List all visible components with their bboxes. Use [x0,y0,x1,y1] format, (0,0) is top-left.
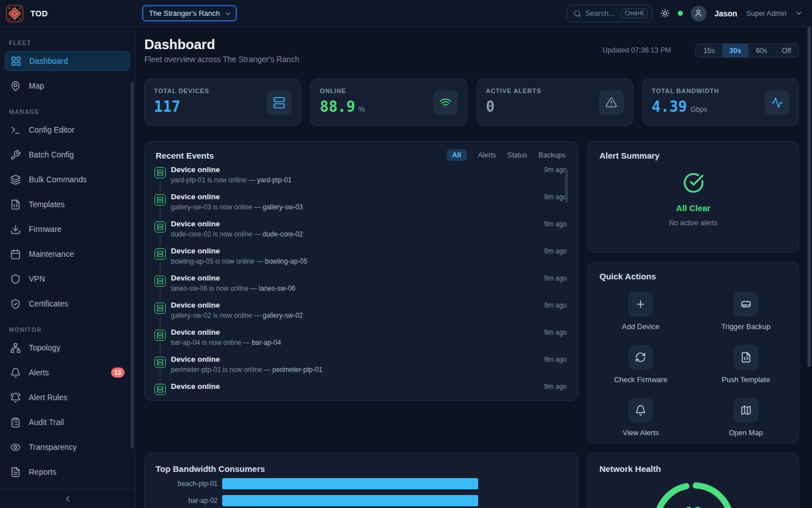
quick-action-push-template[interactable]: Push Template [694,345,799,384]
events-tab-status[interactable]: Status [508,151,527,159]
event-title: Device online [171,247,220,255]
event-row[interactable]: Device online9m agolanes-sw-06 is now on… [155,274,567,301]
server-icon [157,359,164,366]
refresh-option-60s[interactable]: 60s [748,44,774,57]
page-subtitle: Fleet overview across The Stranger's Ran… [144,55,299,64]
refresh-option-off[interactable]: Off [775,44,798,57]
site-selector[interactable]: The Stranger's Ranch [143,6,236,21]
sidebar-item-reports[interactable]: Reports [5,462,130,482]
user-menu-chevron-down-icon[interactable] [795,9,803,17]
event-title: Device online [171,220,220,228]
search-input[interactable]: Search... Cmd+K [567,5,652,23]
bandwidth-rows: beach-ptp-01bar-ap-02 [145,478,578,508]
main-content: Dashboard Fleet overview across The Stra… [135,27,812,508]
quick-action-view-alerts[interactable]: View Alerts [588,398,694,437]
timeline-connector [160,343,161,355]
device-status-icon [155,330,166,341]
bell-icon [10,367,21,378]
server-icon [157,278,164,284]
quick-action-label: Check Firmware [614,375,668,384]
server-icon [157,305,164,312]
sidebar-item-vpn[interactable]: VPN [5,269,130,289]
event-row[interactable]: Device online9m agogallery-sw-03 is now … [155,192,567,220]
event-message: dude-core-02 is now online — dude-core-0… [171,230,567,238]
sidebar-item-map[interactable]: Map [5,76,130,96]
sidebar-item-dashboard[interactable]: Dashboard [5,51,130,71]
check-circle-icon [683,172,704,196]
alert-detail-text: No active alerts [669,219,717,227]
sidebar-item-label: Certificates [29,299,68,308]
sidebar-item-alert-rules[interactable]: Alert Rules [5,387,130,408]
sidebar-item-certificates[interactable]: Certificates [5,294,130,314]
event-row[interactable]: Device online9m agoyard-ptp-01 is now on… [155,165,567,192]
bell-icon [635,405,646,416]
theme-toggle-sun-icon[interactable] [660,8,670,18]
health-score-value: 88 [588,505,798,508]
refresh-option-30s[interactable]: 30s [722,44,749,57]
page-scrollbar[interactable] [807,27,811,367]
events-tab-backups[interactable]: Backups [539,151,566,159]
sidebar: FLEETDashboardMapMANAGEConfig EditorBatc… [0,27,135,508]
alert-triangle-icon [605,97,617,109]
sidebar-item-templates[interactable]: Templates [5,194,130,214]
sidebar-scrollbar[interactable] [131,82,134,449]
search-placeholder: Search... [585,9,615,17]
event-time: 9m ago [544,193,567,201]
sidebar-item-maintenance[interactable]: Maintenance [5,244,130,264]
sidebar-item-transparency[interactable]: Transparency [5,437,130,457]
server-icon [157,196,164,203]
quick-action-open-map[interactable]: Open Map [694,398,799,437]
bell-ring-icon [10,392,21,403]
terminal-icon [10,125,21,135]
event-row[interactable]: Device online9m agoperimeter-ptp-01 is n… [155,355,567,382]
event-time: 9m ago [544,247,567,255]
sidebar-item-batch-config[interactable]: Batch Config [5,144,130,165]
server-icon [157,251,164,257]
event-row[interactable]: Device online9m agodude-core-02 is now o… [155,220,567,247]
eye-icon [10,442,21,453]
timeline-connector [160,262,161,274]
event-title: Device online [171,274,220,282]
event-time: 9m ago [544,356,567,364]
events-scrollbar[interactable] [565,170,568,203]
refresh-icon [635,352,646,363]
user-role: Super Admin [746,10,787,17]
sidebar-item-label: Transparency [29,443,77,452]
map-pin-icon [10,81,21,91]
event-row[interactable]: Device online9m agobowling-ap-05 is now … [155,247,567,274]
quick-action-trigger-backup[interactable]: Trigger Backup [694,292,799,331]
event-time: 9m ago [544,166,567,174]
wrench-icon [10,150,21,160]
events-tabs: AllAlertsStatusBackups [447,150,566,161]
layers-icon [10,174,21,185]
sidebar-item-config-editor[interactable]: Config Editor [5,120,130,140]
timeline-connector [160,289,161,301]
quick-actions-grid: Add DeviceTrigger BackupCheck FirmwarePu… [588,292,798,437]
avatar[interactable] [691,6,707,21]
alert-summary-content: All Clear No active alerts [588,172,798,227]
sidebar-item-audit-trail[interactable]: Audit Trail [5,412,130,432]
event-message: bowling-ap-05 is now online — bowling-ap… [171,257,567,265]
recent-events-title: Recent Events [156,151,214,160]
quick-action-add-device[interactable]: Add Device [588,292,694,331]
events-tab-all[interactable]: All [447,150,467,161]
app-name: TOD [30,9,48,18]
events-tab-alerts[interactable]: Alerts [478,151,496,159]
quick-action-check-firmware[interactable]: Check Firmware [588,345,694,384]
event-row[interactable]: Device online9m ago [155,382,567,400]
quick-actions-panel: Quick Actions Add DeviceTrigger BackupCh… [588,262,799,444]
event-title: Device online [171,328,220,336]
event-row[interactable]: Device online9m agobar-ap-04 is now onli… [155,328,567,355]
event-row[interactable]: Device online9m agogallery-sw-02 is now … [155,301,567,328]
file-text-icon [10,467,21,478]
event-title: Device online [171,355,220,364]
refresh-option-15s[interactable]: 15s [696,44,722,57]
sidebar-section-label: MONITOR [0,326,135,333]
sidebar-item-firmware[interactable]: Firmware [5,219,130,239]
sidebar-item-label: Config Editor [29,125,74,134]
sidebar-item-topology[interactable]: Topology [5,338,130,358]
event-time: 9m ago [544,329,567,336]
sidebar-item-bulk-commands[interactable]: Bulk Commands [5,169,130,190]
sidebar-collapse-button[interactable] [0,489,135,508]
sidebar-item-alerts[interactable]: Alerts13 [5,362,130,383]
